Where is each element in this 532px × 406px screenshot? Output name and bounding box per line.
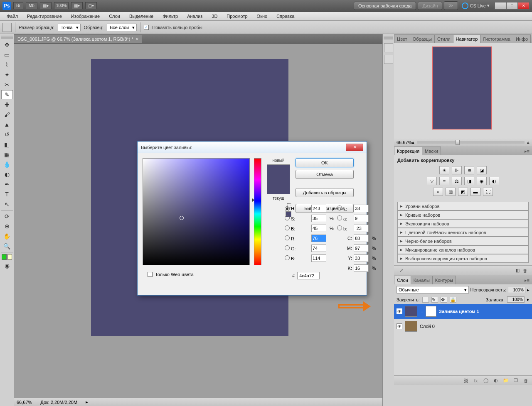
- move-tool[interactable]: ✥: [1, 40, 13, 49]
- preset-levels[interactable]: Уровни наборов: [397, 202, 529, 210]
- tab-adjustments[interactable]: Коррекция: [394, 147, 422, 155]
- layer-name[interactable]: Слой 0: [420, 324, 435, 329]
- visibility-icon[interactable]: 👁: [397, 308, 402, 314]
- eyedropper-tool[interactable]: ✎: [1, 90, 13, 99]
- preset-curves[interactable]: Кривые наборов: [397, 210, 529, 219]
- add-swatch-button[interactable]: Добавить в образцы: [296, 188, 354, 197]
- history-brush-tool[interactable]: ↺: [1, 130, 13, 139]
- h-radio[interactable]: [285, 206, 290, 211]
- layer-thumbnail[interactable]: [405, 321, 417, 332]
- adj-gradient-map-icon[interactable]: ▬: [470, 188, 480, 196]
- sample-select[interactable]: Все слои: [107, 24, 137, 31]
- minimize-button[interactable]: —: [495, 2, 506, 10]
- status-zoom[interactable]: 66,67%: [17, 400, 32, 405]
- r-radio[interactable]: [285, 235, 290, 240]
- tab-swatches[interactable]: Образцы: [410, 34, 435, 43]
- zoom-slider[interactable]: [417, 141, 525, 144]
- dialog-close-button[interactable]: ✕: [346, 144, 363, 151]
- tab-channels[interactable]: Каналы: [411, 276, 433, 284]
- mask-icon[interactable]: ◯: [482, 377, 490, 384]
- r-input[interactable]: [311, 235, 326, 242]
- a-radio[interactable]: [337, 215, 342, 220]
- layer-mask-thumbnail[interactable]: [426, 306, 436, 317]
- layer-thumbnail[interactable]: [405, 306, 417, 317]
- blend-mode-select[interactable]: Обычные: [397, 286, 469, 293]
- quick-mask-button[interactable]: ◉: [1, 261, 13, 270]
- adj-selective-icon[interactable]: ⛶: [483, 188, 493, 196]
- adj-bw-icon[interactable]: ◨: [464, 177, 474, 185]
- trash-icon[interactable]: 🗑: [521, 267, 529, 274]
- tab-masks[interactable]: Маски: [422, 147, 441, 155]
- adj-levels-icon[interactable]: ⊪: [452, 166, 462, 174]
- lock-pixels-icon[interactable]: ✎: [431, 297, 438, 303]
- lock-position-icon[interactable]: ✥: [441, 297, 447, 303]
- 3d-orbit-tool[interactable]: ⊕: [1, 222, 13, 231]
- close-tab-icon[interactable]: ×: [136, 37, 138, 42]
- adj-invert-icon[interactable]: ▪: [433, 188, 443, 196]
- navigator-zoom[interactable]: 66.67%: [397, 140, 412, 145]
- preset-selective[interactable]: Выборочная коррекция цвета наборов: [397, 254, 529, 263]
- path-tool[interactable]: ↖: [1, 200, 13, 209]
- adj-photo-filter-icon[interactable]: ◉: [477, 177, 487, 185]
- zoom-in-icon[interactable]: ▵: [527, 139, 530, 145]
- clip-icon[interactable]: ◧: [514, 267, 521, 274]
- hex-input[interactable]: [297, 272, 320, 279]
- b-radio[interactable]: [285, 225, 290, 230]
- wand-tool[interactable]: ✦: [1, 70, 13, 79]
- more-workspaces-button[interactable]: ≫: [444, 1, 458, 10]
- crop-tool[interactable]: ✂: [1, 80, 13, 89]
- mb-panel-icon[interactable]: [384, 43, 393, 52]
- menu-view[interactable]: Просмотр: [222, 12, 251, 20]
- tab-styles[interactable]: Стили: [434, 34, 453, 43]
- a-input[interactable]: [354, 215, 369, 222]
- preset-mixer[interactable]: Микширование каналов наборов: [397, 245, 529, 254]
- ring-checkbox[interactable]: ✓: [144, 25, 149, 30]
- panel-menu-icon[interactable]: ▸≡: [522, 276, 532, 284]
- menu-edit[interactable]: Редактирование: [23, 12, 66, 20]
- h-input[interactable]: [311, 205, 326, 212]
- adj-balance-icon[interactable]: ⚖: [452, 177, 462, 185]
- menu-select[interactable]: Выделение: [125, 12, 158, 20]
- gradient-tool[interactable]: ▦: [1, 150, 13, 159]
- adj-curves-icon[interactable]: ≋: [464, 166, 474, 174]
- tab-navigator[interactable]: Навигатор: [453, 34, 481, 43]
- navigator-panel[interactable]: [394, 43, 532, 138]
- preset-bw[interactable]: Черно-белое наборов: [397, 237, 529, 245]
- document-tab[interactable]: DSC_0061.JPG @ 66,7% (Заливка цветом 1, …: [14, 35, 142, 43]
- screen-mode-button[interactable]: ▢▾: [85, 2, 97, 9]
- sample-size-select[interactable]: Точка: [58, 24, 81, 31]
- preset-hue[interactable]: Цветовой тон/Насыщенность наборов: [397, 228, 529, 237]
- menu-analysis[interactable]: Анализ: [183, 12, 207, 20]
- visibility-icon[interactable]: 👁: [397, 323, 402, 329]
- b-ch-input[interactable]: [311, 254, 326, 262]
- history-panel-icon[interactable]: [384, 55, 393, 64]
- menu-3d[interactable]: 3D: [207, 12, 222, 20]
- adj-vibrance-icon[interactable]: ▽: [427, 177, 437, 185]
- adj-brightness-icon[interactable]: ☀: [439, 166, 449, 174]
- zoom-out-icon[interactable]: ▴: [412, 139, 414, 145]
- layer-background[interactable]: 👁 Слой 0: [394, 319, 532, 334]
- fill-input[interactable]: 100%: [507, 296, 525, 303]
- web-only-checkbox[interactable]: ✓: [148, 272, 153, 277]
- workspace-button[interactable]: Основная рабочая среда: [354, 2, 416, 10]
- group-icon[interactable]: 📁: [502, 377, 510, 384]
- c-input[interactable]: [354, 235, 369, 242]
- l-input[interactable]: [354, 205, 369, 212]
- new-layer-icon[interactable]: ❐: [512, 377, 520, 384]
- hue-slider[interactable]: [254, 158, 261, 265]
- tab-paths[interactable]: Контуры: [432, 276, 456, 284]
- m-input[interactable]: [354, 245, 369, 252]
- design-button[interactable]: Дизайн: [418, 2, 442, 10]
- marquee-tool[interactable]: ▭: [1, 50, 13, 59]
- link-icon[interactable]: ⛓: [462, 377, 470, 384]
- dodge-tool[interactable]: ◐: [1, 170, 13, 179]
- lab-b-radio[interactable]: [337, 225, 342, 230]
- fx-icon[interactable]: fx: [472, 377, 480, 384]
- preset-exposure[interactable]: Экспозиция наборов: [397, 219, 529, 228]
- lasso-tool[interactable]: ⌇: [1, 60, 13, 69]
- adj-exposure-icon[interactable]: ◪: [477, 166, 487, 174]
- g-input[interactable]: [311, 245, 326, 252]
- adj-threshold-icon[interactable]: ◩: [458, 188, 468, 196]
- adjustment-icon[interactable]: ◐: [492, 377, 500, 384]
- menu-help[interactable]: Справка: [272, 12, 298, 20]
